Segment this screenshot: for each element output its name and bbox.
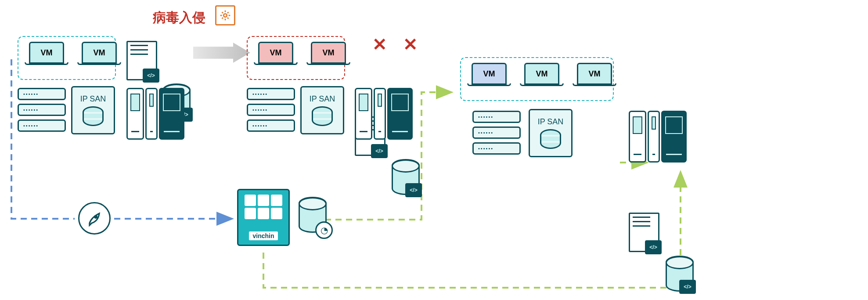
- site3-server-stack: •••••• •••••• ••••••: [472, 111, 521, 155]
- site2-server-stack: •••••• •••••• ••••••: [247, 88, 295, 132]
- virus-intrusion-label: 病毒入侵: [153, 9, 205, 27]
- vinchin-logo-label: vinchin: [249, 231, 277, 240]
- vm-healthy-2: VM: [77, 42, 121, 65]
- file-corrupt-x-icon: ✕: [372, 34, 387, 54]
- site1-ipsan: IP SAN: [71, 86, 115, 134]
- site1-storage-cabinets: [126, 88, 184, 140]
- site2-storage-cabinets: [355, 88, 413, 140]
- vm-infected-2: VM: [306, 42, 350, 65]
- site3-db-icon: [666, 256, 694, 292]
- ipsan-label: IP SAN: [80, 94, 106, 104]
- vm-restored-3: VM: [573, 63, 616, 86]
- vm-restored-2: VM: [520, 63, 564, 86]
- vm-infected-1: VM: [254, 42, 298, 65]
- site2-ipsan: IP SAN: [300, 86, 344, 134]
- site1-file-icon: [126, 41, 157, 80]
- protection-shield-icon: ◔: [315, 221, 333, 239]
- vm-healthy-1: VM: [25, 42, 68, 65]
- vm-restored-1: VM: [467, 63, 511, 86]
- virus-icon: [215, 5, 235, 25]
- site1-server-stack: •••••• •••••• ••••••: [18, 88, 66, 132]
- site3-storage-cabinets: [629, 111, 687, 163]
- vinchin-backup-appliance: vinchin: [237, 189, 290, 246]
- svg-point-0: [223, 14, 227, 17]
- backup-db-icon: ◔: [299, 197, 327, 233]
- svg-point-1: [95, 216, 97, 218]
- db-corrupt-x-icon: ✕: [403, 34, 418, 54]
- site2-db-icon: [392, 159, 420, 195]
- site3-ipsan: IP SAN: [529, 109, 573, 157]
- rocket-icon: [78, 202, 111, 235]
- site3-file-icon: [629, 213, 659, 252]
